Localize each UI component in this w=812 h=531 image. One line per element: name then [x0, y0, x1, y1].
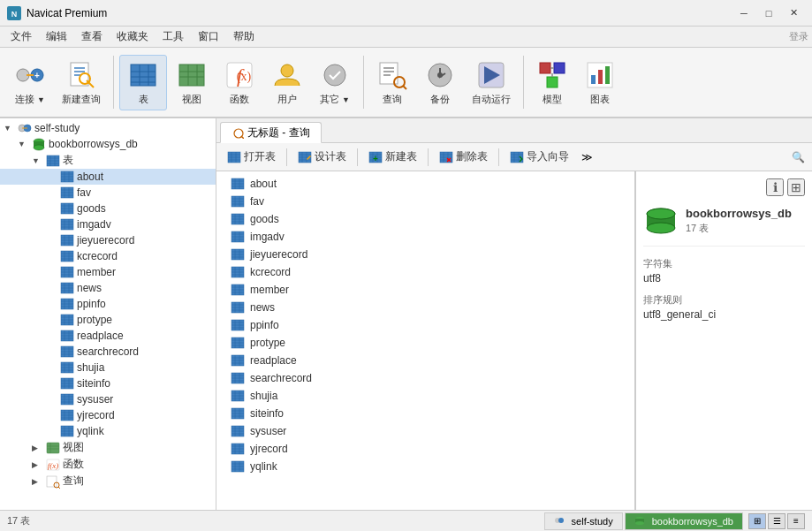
- obj-item-ppinfo[interactable]: ppinfo: [216, 316, 634, 334]
- obj-item-fav[interactable]: fav: [216, 193, 634, 210]
- tree-item-goods[interactable]: goods: [0, 201, 216, 216]
- obj-item-kcrecord[interactable]: kcrecord: [216, 263, 634, 281]
- table-icon: [60, 281, 74, 295]
- db-name: bookborrowsys_db: [686, 207, 792, 220]
- toolbar-chart[interactable]: 图表: [577, 56, 623, 110]
- collation-value: utf8_general_ci: [643, 308, 805, 321]
- toolbar-model[interactable]: 模型: [529, 56, 575, 110]
- status-tab-label-bookborrowsys_db: bookborrowsys_db: [652, 516, 733, 527]
- minimize-button[interactable]: ─: [732, 4, 755, 22]
- table-icon-imgadv: [231, 230, 245, 244]
- obj-item-about[interactable]: about: [216, 175, 634, 193]
- open-table-button[interactable]: 打开表: [220, 148, 283, 166]
- tree-item-self-study[interactable]: ▼self-study: [0, 120, 216, 136]
- toolbar-user[interactable]: 用户: [264, 56, 310, 110]
- svg-point-50: [34, 145, 44, 150]
- svg-text:N: N: [11, 10, 18, 19]
- delete-table-button[interactable]: 删除表: [432, 148, 495, 166]
- design-table-icon: [298, 150, 312, 164]
- menu-item-编辑[interactable]: 编辑: [39, 27, 74, 46]
- tree-item-jieyuerecord[interactable]: jieyuerecord: [0, 232, 216, 248]
- tree-item-searchrecord[interactable]: searchrecord: [0, 344, 216, 360]
- tree-item-shujia[interactable]: shujia: [0, 360, 216, 375]
- obj-item-siteinfo[interactable]: siteinfo: [216, 405, 634, 422]
- toolbar-view[interactable]: 视图: [169, 56, 215, 110]
- tree-item-yjrecord[interactable]: yjrecord: [0, 407, 216, 423]
- obj-item-shujia[interactable]: shujia: [216, 387, 634, 405]
- menu-item-工具[interactable]: 工具: [156, 27, 191, 46]
- grid-view-button[interactable]: ⊞: [748, 513, 766, 529]
- toolbar-func[interactable]: f(x)函数: [216, 56, 262, 110]
- tree-item-ppinfo[interactable]: ppinfo: [0, 296, 216, 312]
- tree-item-protype[interactable]: protype: [0, 312, 216, 328]
- obj-item-goods[interactable]: goods: [216, 210, 634, 228]
- tree-item-query-folder[interactable]: ▶查询: [0, 473, 216, 489]
- search-button[interactable]: 🔍: [788, 149, 808, 165]
- menu-item-文件[interactable]: 文件: [4, 27, 39, 46]
- tree-item-about[interactable]: about: [0, 169, 216, 185]
- obj-item-readplace[interactable]: readplace: [216, 352, 634, 369]
- detail-view-button[interactable]: ≡: [787, 513, 805, 529]
- obj-item-sysuser[interactable]: sysuser: [216, 422, 634, 440]
- maximize-button[interactable]: □: [757, 4, 780, 22]
- menu-item-帮助[interactable]: 帮助: [226, 27, 262, 46]
- toolbar-other[interactable]: 其它 ▼: [312, 56, 358, 110]
- obj-item-jieyuerecord[interactable]: jieyuerecord: [216, 246, 634, 263]
- toolbar-table[interactable]: 表: [119, 55, 167, 110]
- tree-item-siteinfo[interactable]: siteinfo: [0, 375, 216, 391]
- tree-label-yjrecord: yjrecord: [77, 409, 115, 421]
- preview-button[interactable]: ⊞: [787, 178, 805, 196]
- list-view-button[interactable]: ☰: [768, 513, 785, 529]
- login-label[interactable]: 登录: [789, 30, 808, 43]
- obj-item-imgadv[interactable]: imgadv: [216, 228, 634, 246]
- connect-icon: +: [14, 59, 46, 91]
- status-tab-self-study[interactable]: self-study: [544, 512, 623, 530]
- tree-item-views-folder[interactable]: ▶视图: [0, 439, 216, 456]
- toolbar-autorun[interactable]: 自动运行: [465, 56, 518, 110]
- tree-item-sysuser[interactable]: sysuser: [0, 391, 216, 407]
- tree-item-readplace[interactable]: readplace: [0, 328, 216, 344]
- svg-rect-159: [47, 443, 59, 453]
- tree-item-bookborrowsys_db[interactable]: ▼bookborrowsys_db: [0, 136, 216, 152]
- tree-label-searchrecord: searchrecord: [77, 345, 139, 358]
- tree-item-news[interactable]: news: [0, 280, 216, 296]
- obj-item-yjrecord[interactable]: yjrecord: [216, 440, 634, 458]
- obj-item-yqlink[interactable]: yqlink: [216, 458, 634, 475]
- tree-item-member[interactable]: member: [0, 264, 216, 280]
- toolbar-backup[interactable]: 备份: [417, 56, 463, 110]
- menu-item-窗口[interactable]: 窗口: [191, 27, 226, 46]
- menu-item-查看[interactable]: 查看: [74, 27, 110, 46]
- tree-item-kcrecord[interactable]: kcrecord: [0, 248, 216, 264]
- toolbar-query[interactable]: 查询: [369, 56, 415, 110]
- tree-item-fav[interactable]: fav: [0, 185, 216, 201]
- import-wizard-button[interactable]: 导入向导: [503, 148, 576, 166]
- status-tab-bookborrowsys_db[interactable]: bookborrowsys_db: [625, 512, 743, 530]
- new-table-button[interactable]: + 新建表: [361, 148, 424, 166]
- tree-arrow-tables-folder: ▼: [32, 156, 44, 165]
- database-icon: [32, 137, 46, 151]
- close-button[interactable]: ✕: [782, 4, 805, 22]
- obj-item-news[interactable]: news: [216, 299, 634, 316]
- info-button[interactable]: ℹ: [766, 178, 784, 196]
- tree-item-func-folder[interactable]: ▶f(x)函数: [0, 456, 216, 473]
- tab-untitled-query[interactable]: 无标题 - 查询: [220, 122, 322, 143]
- query-folder-icon: [46, 474, 60, 489]
- more-button[interactable]: ≫: [578, 149, 596, 165]
- tree-item-yqlink[interactable]: yqlink: [0, 423, 216, 439]
- right-panel: 无标题 - 查询 打开表: [216, 118, 812, 510]
- obj-item-member[interactable]: member: [216, 281, 634, 299]
- design-table-button[interactable]: 设计表: [291, 148, 353, 166]
- tree-item-tables-folder[interactable]: ▼表: [0, 152, 216, 169]
- object-list[interactable]: aboutfavgoodsimgadvjieyuerecordkcrecordm…: [216, 171, 635, 510]
- svg-rect-43: [598, 70, 603, 84]
- obj-item-searchrecord[interactable]: searchrecord: [216, 369, 634, 387]
- menu-item-收藏夹[interactable]: 收藏夹: [110, 27, 156, 46]
- toolbar-new-query[interactable]: 新建查询: [55, 56, 108, 110]
- obj-item-protype[interactable]: protype: [216, 334, 634, 352]
- toolbar-divider: [523, 56, 524, 109]
- toolbar-connect[interactable]: +连接 ▼: [7, 56, 53, 110]
- table-icon-jieyuerecord: [231, 247, 245, 262]
- table-icon: [60, 170, 74, 184]
- tree-container[interactable]: ▼self-study▼bookborrowsys_db▼表aboutfavgo…: [0, 118, 216, 510]
- tree-item-imgadv[interactable]: imgadv: [0, 216, 216, 232]
